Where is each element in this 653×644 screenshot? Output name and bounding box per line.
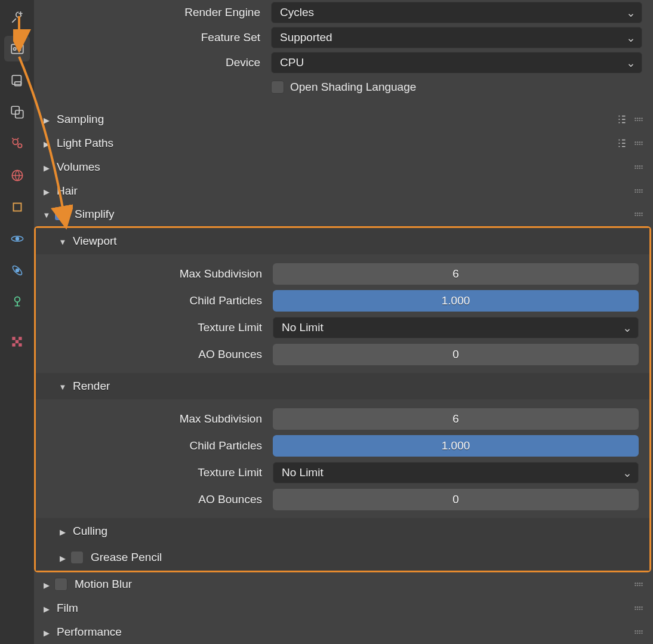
- select-device[interactable]: CPU ⌄: [271, 52, 642, 73]
- disclosure-icon[interactable]: [56, 551, 69, 564]
- grip-icon[interactable]: [630, 184, 647, 198]
- field-rd-maxsub[interactable]: 6: [273, 408, 639, 430]
- chevron-down-icon: ⌄: [623, 321, 632, 335]
- svg-point-14: [14, 297, 20, 302]
- row-vp-texlimit: Texture Limit No Limit⌄: [36, 315, 645, 341]
- grip-icon[interactable]: [630, 137, 647, 150]
- field-vp-child[interactable]: 1.000: [273, 290, 639, 312]
- svg-point-36: [634, 165, 636, 167]
- row-rd-maxsub: Max Subdivision 6: [36, 406, 645, 432]
- tab-scene[interactable]: [4, 131, 30, 156]
- label-feature-set: Feature Set: [34, 31, 271, 44]
- svg-point-10: [15, 236, 19, 241]
- tab-tool[interactable]: [4, 4, 30, 30]
- svg-point-60: [634, 583, 636, 584]
- select-feature-set[interactable]: Supported ⌄: [271, 27, 642, 48]
- row-rd-texlimit: Texture Limit No Limit⌄: [36, 460, 645, 486]
- subpanel-viewport: Viewport: [36, 228, 649, 254]
- tab-render[interactable]: [4, 36, 30, 61]
- row-osl: Open Shading Language: [34, 75, 653, 99]
- tab-texture[interactable]: [4, 329, 30, 355]
- disclosure-icon[interactable]: [56, 235, 69, 248]
- properties-panel: Render Engine Cycles ⌄ Feature Set Suppo…: [34, 0, 653, 644]
- svg-point-68: [634, 606, 636, 608]
- svg-point-20: [634, 118, 636, 119]
- tab-output[interactable]: [4, 67, 30, 93]
- select-render-engine[interactable]: Cycles ⌄: [271, 2, 642, 23]
- disclosure-icon[interactable]: [40, 602, 53, 615]
- tab-physics[interactable]: [4, 226, 30, 251]
- svg-point-73: [637, 609, 638, 610]
- grip-icon[interactable]: [630, 208, 647, 221]
- grip-icon[interactable]: [630, 602, 647, 615]
- svg-point-50: [639, 191, 640, 192]
- svg-rect-15: [12, 337, 15, 340]
- svg-point-1: [13, 47, 16, 50]
- field-rd-child[interactable]: 1.000: [273, 435, 639, 457]
- field-rd-ao[interactable]: 0: [273, 489, 639, 510]
- grip-icon[interactable]: [630, 161, 647, 174]
- svg-point-12: [15, 268, 19, 272]
- svg-point-53: [637, 212, 638, 214]
- field-vp-maxsub[interactable]: 6: [273, 263, 639, 285]
- svg-point-56: [634, 215, 636, 216]
- checkbox-simplify[interactable]: [54, 208, 67, 221]
- disclosure-icon[interactable]: [40, 208, 53, 221]
- presets-icon[interactable]: [614, 113, 630, 126]
- svg-point-78: [639, 630, 640, 631]
- disclosure-icon[interactable]: [40, 113, 53, 126]
- svg-point-21: [637, 118, 638, 119]
- svg-point-71: [641, 606, 642, 608]
- panel-volumes: Volumes: [34, 155, 653, 179]
- field-vp-ao[interactable]: 0: [273, 344, 639, 365]
- svg-point-49: [637, 191, 638, 192]
- disclosure-icon[interactable]: [56, 525, 69, 538]
- svg-point-75: [641, 609, 642, 610]
- grip-icon[interactable]: [630, 578, 647, 591]
- presets-icon[interactable]: [614, 137, 630, 150]
- disclosure-icon[interactable]: [40, 625, 53, 639]
- svg-point-76: [634, 630, 636, 631]
- label-render-engine: Render Engine: [34, 6, 271, 19]
- select-vp-texlimit[interactable]: No Limit⌄: [273, 317, 639, 338]
- tab-object[interactable]: [4, 194, 30, 220]
- svg-point-29: [637, 141, 638, 143]
- svg-point-61: [637, 583, 638, 584]
- tab-constraints[interactable]: [4, 257, 30, 283]
- checkbox-osl[interactable]: [271, 81, 284, 94]
- panel-performance: Performance: [34, 620, 653, 644]
- svg-point-37: [637, 165, 638, 167]
- svg-point-44: [634, 189, 636, 190]
- subpanel-culling: Culling: [36, 518, 649, 544]
- svg-point-67: [641, 585, 642, 586]
- disclosure-icon[interactable]: [40, 578, 53, 591]
- svg-point-57: [637, 215, 638, 216]
- disclosure-icon[interactable]: [56, 380, 69, 393]
- checkbox-motion-blur[interactable]: [54, 578, 67, 591]
- tab-viewlayer[interactable]: [4, 99, 30, 125]
- grip-icon[interactable]: [630, 625, 647, 639]
- label-device: Device: [34, 56, 271, 69]
- svg-point-32: [634, 143, 636, 144]
- grip-icon[interactable]: [630, 113, 647, 126]
- svg-point-28: [634, 141, 636, 143]
- disclosure-icon[interactable]: [40, 137, 53, 150]
- svg-point-25: [637, 120, 638, 121]
- svg-point-46: [639, 189, 640, 190]
- svg-point-83: [641, 633, 642, 634]
- panel-sampling: Sampling: [34, 107, 653, 131]
- row-feature-set: Feature Set Supported ⌄: [34, 26, 648, 50]
- svg-rect-19: [19, 343, 21, 346]
- disclosure-icon[interactable]: [40, 161, 53, 174]
- svg-point-65: [637, 585, 638, 586]
- checkbox-grease-pencil[interactable]: [70, 551, 84, 564]
- select-rd-texlimit[interactable]: No Limit⌄: [273, 462, 639, 483]
- tab-data[interactable]: [4, 289, 30, 315]
- row-vp-maxsub: Max Subdivision 6: [36, 261, 645, 287]
- svg-point-30: [639, 141, 640, 143]
- disclosure-icon[interactable]: [40, 184, 53, 198]
- svg-point-40: [634, 167, 636, 168]
- svg-point-80: [634, 633, 636, 634]
- tab-world[interactable]: [4, 162, 30, 188]
- panel-light-paths: Light Paths: [34, 131, 653, 155]
